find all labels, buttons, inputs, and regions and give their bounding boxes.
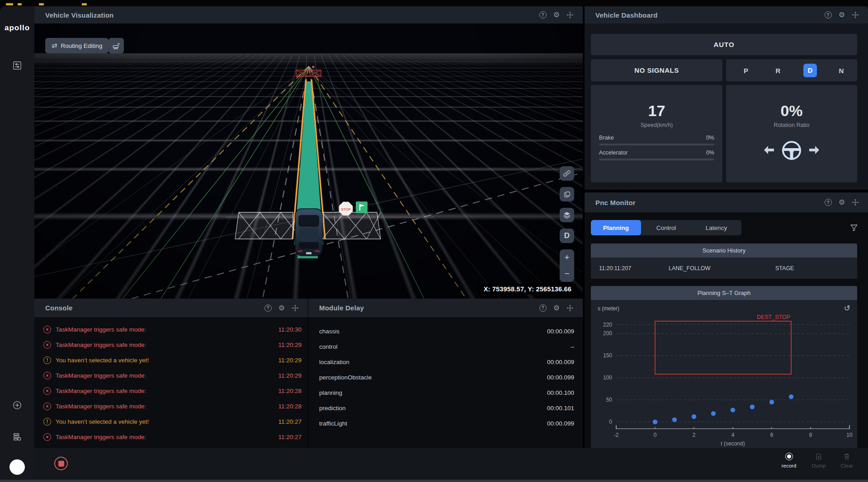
help-icon[interactable]: ? bbox=[539, 304, 547, 312]
console-log-row: !You haven't selected a vehicle yet!11:2… bbox=[34, 352, 308, 368]
module-name: chassis bbox=[319, 328, 340, 335]
move-icon[interactable] bbox=[566, 304, 574, 312]
measure-ruler-button[interactable] bbox=[560, 166, 574, 181]
module-delay-value: 00:00.100 bbox=[547, 389, 574, 396]
console-timestamp: 11:20:29 bbox=[278, 342, 302, 348]
zoom-control[interactable]: + − bbox=[560, 249, 574, 282]
module-name: trafficLight bbox=[319, 420, 347, 427]
help-icon[interactable]: ? bbox=[264, 304, 272, 312]
copy-view-button[interactable] bbox=[560, 187, 574, 201]
resource-manager-icon[interactable] bbox=[12, 432, 22, 442]
svg-text:200: 200 bbox=[603, 330, 612, 337]
tab-planning[interactable]: Planning bbox=[591, 220, 641, 235]
dump-button[interactable]: Dump bbox=[805, 453, 832, 468]
reset-view-icon[interactable]: ↺ bbox=[844, 304, 850, 313]
dimension-toggle-button[interactable]: D bbox=[560, 229, 574, 243]
move-icon[interactable] bbox=[852, 11, 859, 19]
pnc-monitor-panel: Pnc Monitor ? ⚙ Planning Control Latency… bbox=[585, 192, 868, 448]
module-delay-row: localization00:00.009 bbox=[308, 354, 583, 370]
module-delay-value: 00:00.009 bbox=[547, 359, 574, 365]
zoom-in-icon[interactable]: + bbox=[564, 253, 569, 262]
vehicle-select-button[interactable] bbox=[108, 38, 124, 53]
console-timestamp: 11:20:28 bbox=[278, 403, 302, 410]
error-icon: × bbox=[43, 433, 51, 441]
turn-left-arrow-icon[interactable] bbox=[764, 146, 774, 154]
bookmark-fragment-icon bbox=[18, 3, 22, 5]
svg-text:220: 220 bbox=[603, 322, 612, 328]
error-icon: × bbox=[43, 402, 51, 410]
help-icon[interactable]: ? bbox=[825, 199, 832, 206]
gear-n: N bbox=[839, 66, 844, 74]
layers-icon bbox=[563, 211, 571, 219]
scenario-history-row: 11:20:11:207 LANE_FOLLOW STAGE bbox=[591, 257, 857, 279]
st-graph-ylabel: s (meter) bbox=[598, 305, 619, 312]
vehicle-dashboard-panel: Vehicle Dashboard ? ⚙ AUTO NO SIGNALS P … bbox=[585, 6, 868, 190]
console-log-row: ×TaskManager triggers safe mode:11:20:29 bbox=[34, 368, 308, 383]
bottom-action-bar: record Dump Clear bbox=[34, 448, 868, 480]
stop-icon bbox=[58, 461, 64, 467]
gear-icon[interactable]: ⚙ bbox=[553, 304, 560, 312]
gear-icon[interactable]: ⚙ bbox=[839, 11, 845, 19]
gear-icon[interactable]: ⚙ bbox=[278, 304, 285, 312]
svg-text:100: 100 bbox=[603, 374, 612, 381]
console-panel: Console ? ⚙ ×TaskManager triggers safe m… bbox=[34, 299, 308, 448]
routing-editing-button[interactable]: ⇄ Routing Editing bbox=[45, 38, 108, 53]
viewport-3d[interactable]: STOP ⇄ Routing Editing bbox=[34, 23, 583, 299]
vehicle-visualization-panel: Vehicle Visualization ? ⚙ bbox=[34, 6, 583, 299]
bookmark-fragment-icon bbox=[39, 3, 44, 5]
tab-control[interactable]: Control bbox=[641, 220, 691, 235]
console-timestamp: 11:20:27 bbox=[278, 418, 302, 425]
gear-icon[interactable]: ⚙ bbox=[839, 199, 845, 206]
bookmark-fragment-icon bbox=[82, 3, 87, 5]
error-icon: × bbox=[43, 341, 51, 349]
mode-settings-icon[interactable] bbox=[12, 61, 22, 70]
module-delay-row: perceptionObstacle00:00.099 bbox=[308, 370, 583, 385]
stop-record-button[interactable] bbox=[54, 457, 68, 470]
rotation-card: 0% Rotation Ratio bbox=[726, 85, 857, 183]
record-button[interactable]: record bbox=[775, 453, 802, 468]
st-graph-header: Planning S–T Graph bbox=[591, 286, 857, 300]
turn-right-arrow-icon[interactable] bbox=[809, 146, 819, 154]
warning-icon: ! bbox=[43, 356, 51, 364]
console-timestamp: 11:20:30 bbox=[278, 326, 302, 333]
help-icon[interactable]: ? bbox=[539, 11, 547, 19]
avatar[interactable] bbox=[9, 459, 25, 475]
module-delay-row: trafficLight00:00.099 bbox=[308, 416, 583, 431]
console-message: TaskManager triggers safe mode: bbox=[56, 326, 278, 333]
svg-text:DEST_STOP: DEST_STOP bbox=[757, 314, 790, 320]
routing-icon: ⇄ bbox=[52, 42, 57, 50]
module-delay-row: chassis00:00.009 bbox=[308, 323, 583, 339]
panel-title: Vehicle Dashboard bbox=[585, 11, 658, 19]
planning-st-graph-card: Planning S–T Graph 050100150200220-20246… bbox=[591, 286, 857, 448]
scenario-stage: STAGE bbox=[775, 265, 794, 271]
move-icon[interactable] bbox=[292, 304, 299, 312]
vehicle-icon bbox=[112, 42, 121, 50]
svg-text:50: 50 bbox=[606, 397, 613, 403]
move-icon[interactable] bbox=[852, 199, 859, 206]
help-icon[interactable]: ? bbox=[825, 11, 832, 19]
tab-latency[interactable]: Latency bbox=[691, 220, 741, 235]
scenario-name: LANE_FOLLOW bbox=[669, 265, 710, 271]
console-log-row: ×TaskManager triggers safe mode:11:20:29 bbox=[34, 337, 308, 352]
filter-icon[interactable] bbox=[850, 224, 858, 232]
gear-icon[interactable]: ⚙ bbox=[553, 11, 560, 19]
sidebar: apollo bbox=[0, 6, 34, 482]
move-icon[interactable] bbox=[566, 11, 574, 19]
brake-value: 0% bbox=[706, 135, 714, 141]
accelerator-progress-bar bbox=[599, 159, 714, 160]
console-message: You haven't selected a vehicle yet! bbox=[56, 418, 278, 425]
clear-button[interactable]: Clear bbox=[833, 453, 860, 468]
scenario-history-card: Scenario History 11:20:11:207 LANE_FOLLO… bbox=[591, 243, 857, 279]
module-delay-value: 00:00.009 bbox=[547, 328, 574, 335]
bookmark-fragment-icon bbox=[6, 3, 13, 5]
module-delay-panel: Module Delay ? ⚙ chassis00:00.009 contro… bbox=[308, 299, 583, 448]
zoom-out-icon[interactable]: − bbox=[564, 269, 569, 279]
dump-label: Dump bbox=[812, 463, 826, 468]
add-panel-icon[interactable] bbox=[12, 400, 22, 410]
module-name: prediction bbox=[319, 405, 346, 412]
layers-button[interactable] bbox=[560, 208, 574, 222]
dump-file-icon bbox=[815, 453, 822, 460]
svg-text:2: 2 bbox=[693, 432, 696, 438]
panel-title: Vehicle Visualization bbox=[34, 11, 113, 19]
panel-title: Console bbox=[34, 304, 73, 312]
